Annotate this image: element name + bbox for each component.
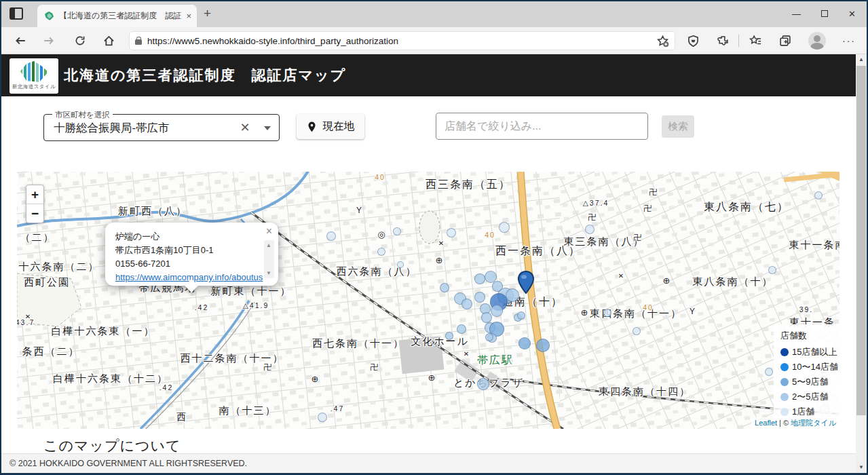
store-cluster-marker[interactable]: [491, 305, 503, 317]
store-cluster-marker[interactable]: [445, 332, 453, 340]
store-cluster-marker[interactable]: [603, 309, 611, 317]
municipality-select-value: 十勝総合振興局-帯広市: [54, 121, 170, 136]
map-attribution: Leaflet | © 地理院タイル: [751, 417, 839, 429]
store-cluster-marker[interactable]: [318, 413, 327, 422]
tab-favicon-hokkaido-icon: [44, 11, 54, 21]
section-heading: このマップについて: [43, 436, 181, 453]
add-favorite-icon[interactable]: [656, 35, 669, 48]
tab-actions-icon[interactable]: [10, 7, 23, 20]
forward-button[interactable]: [41, 33, 57, 49]
browser-titlebar: 【北海道の第三者認証制度 認証 × + — ✕: [0, 0, 868, 27]
legend-dot-icon: [780, 378, 789, 386]
store-cluster-marker[interactable]: [633, 327, 641, 335]
hokkaido-logo-icon: [18, 60, 50, 83]
legend-dot-icon: [780, 363, 789, 371]
legend-dot-icon: [780, 348, 789, 356]
store-cluster-marker[interactable]: [765, 368, 773, 376]
legend-item: 15店舗以上: [780, 346, 834, 358]
leaflet-link[interactable]: Leaflet: [755, 419, 777, 427]
legend-item: 5〜9店舗: [780, 376, 834, 388]
store-cluster-marker[interactable]: [447, 228, 456, 238]
store-cluster-marker[interactable]: [585, 225, 595, 234]
tab-close-icon[interactable]: ×: [186, 11, 191, 21]
store-cluster-marker[interactable]: [485, 333, 493, 341]
new-tab-button[interactable]: +: [204, 8, 211, 19]
store-cluster-marker[interactable]: [814, 191, 823, 200]
collections-icon[interactable]: [776, 32, 794, 50]
tab-title: 【北海道の第三者認証制度 認証: [59, 10, 182, 22]
location-pin-icon: [307, 121, 317, 133]
store-cluster-marker[interactable]: [377, 248, 385, 256]
store-cluster-marker[interactable]: [477, 378, 489, 390]
extension-shield-icon[interactable]: [684, 32, 702, 50]
store-cluster-marker[interactable]: [393, 227, 401, 235]
back-button[interactable]: [12, 33, 29, 49]
legend-item: 10〜14店舗: [780, 361, 834, 373]
scrollbar-up-icon[interactable]: ▲: [856, 54, 867, 65]
home-button[interactable]: [100, 33, 117, 49]
selected-store-marker[interactable]: [517, 271, 535, 294]
zoom-out-button[interactable]: −: [26, 204, 43, 223]
map-legend: 店舗数 15店舗以上 10〜14店舗 5〜9店舗 2〜5店舗 1店舗: [774, 324, 839, 425]
extensions-puzzle-icon[interactable]: [714, 32, 732, 50]
popup-store-name: 炉端の一心: [115, 230, 257, 244]
store-cluster-marker[interactable]: [536, 339, 550, 352]
map-markers-layer: [17, 172, 839, 429]
store-cluster-marker[interactable]: [440, 283, 449, 292]
address-bar[interactable]: https://www5.newhokkaido-style.info/thir…: [129, 31, 675, 50]
store-cluster-marker[interactable]: [461, 299, 472, 309]
store-cluster-marker[interactable]: [474, 292, 485, 303]
map-popup: × 炉端の一心 帯広市西1条南10丁目0-1 0155-66-7201 http…: [105, 223, 278, 286]
store-cluster-marker[interactable]: [474, 273, 485, 284]
settings-menu-icon[interactable]: ···: [840, 32, 858, 50]
refresh-button[interactable]: [72, 33, 88, 49]
popup-close-icon[interactable]: ×: [266, 225, 272, 238]
store-cluster-marker[interactable]: [499, 222, 510, 233]
toolbar-divider: [738, 35, 739, 47]
store-cluster-marker[interactable]: [517, 311, 525, 320]
clear-selection-icon[interactable]: ✕: [238, 121, 252, 134]
municipality-select[interactable]: 市区町村を選択 十勝総合振興局-帯広市 ✕: [43, 114, 280, 141]
municipality-select-label: 市区町村を選択: [52, 110, 113, 120]
window-minimize-button[interactable]: —: [792, 9, 801, 19]
gsi-tiles-link[interactable]: 地理院タイル: [791, 419, 836, 427]
map-canvas[interactable]: 新町西（八）西三条南（五）東八条南（七）東三条南（八）東十一条南西一条南（八）西…: [17, 172, 839, 429]
profile-avatar[interactable]: [808, 32, 826, 50]
legend-item: 2〜5店舗: [780, 391, 834, 403]
store-cluster-marker[interactable]: [397, 261, 404, 268]
favorites-bar-icon[interactable]: [747, 32, 764, 50]
store-name-filter-input[interactable]: [436, 113, 648, 140]
popup-store-address: 帯広市西1条南10丁目0-1: [115, 244, 257, 257]
store-cluster-marker[interactable]: [326, 231, 336, 241]
current-location-label: 現在地: [323, 119, 355, 134]
popup-store-phone: 0155-66-7201: [115, 257, 257, 271]
browser-tab[interactable]: 【北海道の第三者認証制度 認証 ×: [37, 5, 197, 27]
site-logo: 新北海道スタイル: [10, 58, 58, 94]
logo-caption: 新北海道スタイル: [10, 83, 58, 90]
map-zoom-control: + −: [26, 185, 44, 223]
legend-item: 1店舗: [780, 406, 834, 418]
legend-title: 店舗数: [780, 330, 834, 342]
page-title: 北海道の第三者認証制度 認証店マップ: [64, 66, 346, 85]
legend-dot-icon: [780, 393, 789, 401]
browser-window: 【北海道の第三者認証制度 認証 × + — ✕ https://www5.new…: [0, 0, 868, 475]
scrollbar-down-icon[interactable]: ▼: [856, 462, 867, 473]
scroll-down-icon[interactable]: ▼: [266, 270, 271, 276]
popup-scrollbar[interactable]: ▲ ▼: [264, 240, 274, 278]
chevron-down-icon[interactable]: [264, 126, 271, 130]
store-cluster-marker[interactable]: [481, 312, 492, 323]
current-location-button[interactable]: 現在地: [297, 114, 364, 139]
store-cluster-marker[interactable]: [768, 266, 776, 274]
zoom-in-button[interactable]: +: [26, 185, 43, 204]
scroll-up-icon[interactable]: ▲: [266, 242, 271, 248]
window-maximize-button[interactable]: [821, 10, 828, 17]
page-footer: © 2021 HOKKAIDO GOVERNMENT ALL RIGHTSRES…: [0, 453, 868, 473]
scrollbar-thumb[interactable]: [856, 66, 866, 415]
store-cluster-marker[interactable]: [518, 337, 531, 349]
legend-dot-icon: [780, 408, 789, 416]
store-cluster-marker[interactable]: [457, 324, 466, 334]
url-text: https://www5.newhokkaido-style.info/thir…: [147, 36, 656, 46]
page-scrollbar[interactable]: ▲ ▼: [856, 54, 867, 473]
search-button[interactable]: 検索: [662, 115, 694, 138]
window-close-button[interactable]: ✕: [848, 9, 856, 19]
